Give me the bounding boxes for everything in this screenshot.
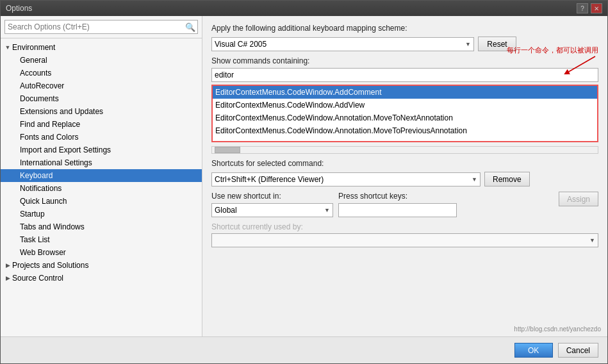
shortcuts-label: Shortcuts for selected command: (211, 159, 598, 168)
tree-label-projects-solutions: Projects and Solutions (12, 261, 88, 270)
press-keys-label: Press shortcut keys: (338, 192, 554, 201)
remove-button[interactable]: Remove (484, 172, 530, 186)
tree-item-notifications[interactable]: Notifications (1, 182, 202, 195)
annotation-text: 每行一个命令，都可以被调用 (507, 46, 598, 55)
tree-item-intl-settings[interactable]: International Settings (1, 156, 202, 169)
tree-expand-environment: ▼ (3, 44, 12, 51)
tree-label-documents: Documents (20, 94, 59, 103)
ok-button[interactable]: OK (514, 343, 553, 358)
watermark: http://blog.csdn.net/yanchezdo (514, 326, 601, 333)
tree-label-source-control: Source Control (12, 274, 63, 283)
tree-label-extensions: Extensions and Updates (20, 107, 103, 116)
hscroll-bar[interactable] (211, 146, 598, 154)
tree-item-projects-solutions[interactable]: ▶Projects and Solutions (1, 259, 202, 272)
tree-label-quick-launch: Quick Launch (20, 197, 67, 206)
shortcut-combo-row: Ctrl+Shift+K (Difference Viewer) ▼ Remov… (211, 172, 598, 186)
use-shortcut-col: Use new shortcut in: Global ▼ (211, 192, 333, 217)
tree-item-environment[interactable]: ▼Environment (1, 41, 202, 54)
assign-button[interactable]: Assign (559, 192, 598, 206)
commands-list: EditorContextMenus.CodeWindow.AddComment… (211, 85, 598, 142)
left-panel: 🔍 ▼EnvironmentGeneralAccountsAutoRecover… (1, 16, 202, 336)
tree-label-fonts-colors: Fonts and Colors (20, 133, 78, 142)
tree-label-accounts: Accounts (20, 69, 51, 78)
use-shortcut-row: Use new shortcut in: Global ▼ Press shor… (211, 192, 598, 217)
close-button[interactable]: ✕ (591, 3, 602, 13)
cmd-item-cmd4[interactable]: EditorContextMenus.CodeWindow.Annotation… (213, 124, 597, 137)
tree-label-find-replace: Find and Replace (20, 120, 80, 129)
annotation-arrow-svg (560, 55, 598, 74)
scheme-combo-value: Visual C# 2005 (215, 40, 267, 49)
cmd-item-cmd2[interactable]: EditorContextMenus.CodeWindow.AddView (213, 99, 597, 112)
tree-item-general[interactable]: General (1, 54, 202, 67)
tree-item-quick-launch[interactable]: Quick Launch (1, 195, 202, 208)
shortcut-combo[interactable]: Ctrl+Shift+K (Difference Viewer) ▼ (211, 172, 481, 186)
tree-expand-projects-solutions: ▶ (3, 262, 12, 269)
tree-item-source-control[interactable]: ▶Source Control (1, 272, 202, 285)
tree-label-startup: Startup (20, 210, 45, 219)
currently-used-combo[interactable]: ▼ (211, 233, 598, 247)
tree-label-autorecover: AutoRecover (20, 81, 64, 90)
footer: OK Cancel (1, 336, 607, 363)
tree-expand-source-control: ▶ (3, 275, 12, 281)
cmd-item-cmd1[interactable]: EditorContextMenus.CodeWindow.AddComment (213, 86, 597, 99)
scheme-label: Apply the following additional keyboard … (211, 24, 598, 33)
shortcut-combo-value: Ctrl+Shift+K (Difference Viewer) (215, 175, 324, 184)
tree-item-find-replace[interactable]: Find and Replace (1, 118, 202, 131)
hscroll-thumb[interactable] (215, 147, 240, 153)
search-icon[interactable]: 🔍 (185, 22, 195, 32)
search-input[interactable] (4, 20, 198, 34)
tree-item-documents[interactable]: Documents (1, 92, 202, 105)
tree-label-web-browser: Web Browser (20, 248, 66, 257)
scheme-combo-arrow: ▼ (465, 41, 471, 47)
annotation: 每行一个命令，都可以被调用 (507, 46, 598, 74)
search-wrapper: 🔍 (1, 16, 202, 38)
titlebar: Options ? ✕ (1, 1, 607, 16)
tree-item-task-list[interactable]: Task List (1, 233, 202, 246)
cancel-button[interactable]: Cancel (558, 343, 598, 358)
tree-label-environment: Environment (12, 43, 55, 52)
use-shortcut-combo[interactable]: Global ▼ (211, 203, 333, 217)
tree-label-keyboard: Keyboard (20, 171, 53, 180)
tree-item-fonts-colors[interactable]: Fonts and Colors (1, 131, 202, 144)
tree-label-general: General (20, 56, 47, 65)
press-keys-col: Press shortcut keys: (338, 192, 554, 217)
tree-item-extensions[interactable]: Extensions and Updates (1, 105, 202, 118)
shortcut-combo-arrow: ▼ (472, 176, 477, 183)
tree-item-tabs-windows[interactable]: Tabs and Windows (1, 220, 202, 233)
assign-col: Assign (559, 192, 598, 206)
currently-used-label: Shortcut currently used by: (211, 222, 598, 231)
tree-item-keyboard[interactable]: Keyboard (1, 169, 202, 182)
tree-label-task-list: Task List (20, 235, 50, 244)
tree-label-import-export: Import and Export Settings (20, 145, 111, 154)
tree-item-web-browser[interactable]: Web Browser (1, 246, 202, 259)
use-shortcut-combo-arrow: ▼ (324, 207, 330, 213)
svg-line-0 (566, 56, 595, 73)
options-window: Options ? ✕ 🔍 ▼EnvironmentGeneralAccount… (0, 0, 608, 364)
tree-label-tabs-windows: Tabs and Windows (20, 222, 85, 231)
window-title: Options (6, 4, 577, 13)
titlebar-buttons: ? ✕ (577, 3, 602, 13)
tree-container: ▼EnvironmentGeneralAccountsAutoRecoverDo… (1, 38, 202, 336)
press-keys-input[interactable] (338, 203, 457, 217)
use-shortcut-label: Use new shortcut in: (211, 192, 333, 201)
cmd-item-cmd3[interactable]: EditorContextMenus.CodeWindow.Annotation… (213, 112, 597, 124)
use-shortcut-value: Global (215, 206, 237, 215)
tree-item-import-export[interactable]: Import and Export Settings (1, 144, 202, 156)
main-content: 🔍 ▼EnvironmentGeneralAccountsAutoRecover… (1, 16, 607, 336)
tree-item-startup[interactable]: Startup (1, 208, 202, 220)
help-button[interactable]: ? (577, 3, 588, 13)
currently-used-arrow: ▼ (589, 237, 595, 244)
tree-label-notifications: Notifications (20, 184, 62, 193)
right-panel: 每行一个命令，都可以被调用 Apply the following additi… (202, 16, 607, 336)
tree-item-autorecover[interactable]: AutoRecover (1, 79, 202, 92)
tree-item-accounts[interactable]: Accounts (1, 67, 202, 79)
scheme-combo[interactable]: Visual C# 2005 ▼ (211, 37, 474, 51)
tree-label-intl-settings: International Settings (20, 158, 92, 167)
currently-used-row: Shortcut currently used by: ▼ (211, 222, 598, 247)
